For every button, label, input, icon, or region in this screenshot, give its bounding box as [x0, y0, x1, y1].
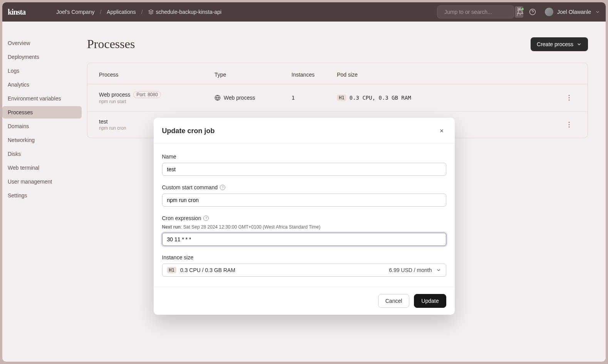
instance-count: 1	[291, 95, 337, 101]
chevron-down-icon	[595, 9, 600, 15]
row-actions-button[interactable]	[564, 120, 574, 129]
process-name: test	[99, 119, 108, 125]
layers-icon	[148, 9, 154, 15]
cron-label: Cron expression	[162, 215, 201, 221]
sidebar-item-domains[interactable]: Domains	[2, 120, 82, 132]
col-process: Process	[99, 72, 214, 78]
sidebar-item-logs[interactable]: Logs	[2, 65, 82, 77]
close-button[interactable]	[437, 126, 446, 135]
col-type: Type	[214, 72, 291, 78]
process-name: Web process	[99, 92, 130, 98]
name-label: Name	[162, 154, 446, 160]
update-button[interactable]: Update	[414, 294, 446, 308]
table-row: Web process Port: 8080 npm run start Web…	[87, 84, 588, 112]
command-input[interactable]	[162, 194, 446, 207]
port-pill: Port: 8080	[133, 91, 161, 98]
row-actions-button[interactable]	[564, 93, 574, 102]
svg-point-12	[569, 124, 570, 125]
cron-input[interactable]	[162, 233, 446, 246]
table-header: Process Type Instances Pod size	[87, 63, 588, 84]
sidebar-item-processes[interactable]: Processes	[2, 106, 82, 119]
svg-marker-0	[149, 10, 153, 12]
user-menu[interactable]: Joel Olawanle	[542, 8, 600, 16]
crumb-applications[interactable]: Applications	[107, 9, 136, 15]
chevron-down-icon	[576, 42, 582, 47]
global-search[interactable]: ⌘ /	[437, 5, 514, 18]
help-icon[interactable]: ?	[220, 185, 225, 190]
crumb-company[interactable]: Joel's Company	[56, 9, 94, 15]
cancel-button[interactable]: Cancel	[378, 294, 410, 308]
sidebar-item-settings[interactable]: Settings	[2, 189, 82, 202]
create-process-button[interactable]: Create process	[531, 37, 588, 51]
crumb-separator: /	[100, 9, 101, 15]
sidebar-item-networking[interactable]: Networking	[2, 134, 82, 146]
instance-size-label: Instance size	[162, 254, 446, 260]
chevron-down-icon	[436, 267, 441, 273]
sidebar-item-environment-variables[interactable]: Environment variables	[2, 92, 82, 105]
size-badge: H1	[167, 267, 176, 273]
crumb-separator: /	[141, 9, 143, 15]
user-name: Joel Olawanle	[557, 9, 591, 15]
svg-point-9	[569, 100, 570, 101]
sidebar-item-user-management[interactable]: User management	[2, 175, 82, 188]
col-instances: Instances	[291, 72, 337, 78]
update-cron-modal: Update cron job Name Custom start comman…	[154, 118, 455, 315]
sidebar-item-deployments[interactable]: Deployments	[2, 51, 82, 63]
name-input[interactable]	[162, 163, 446, 176]
kinsta-logo: kinsta	[8, 8, 25, 17]
globe-icon	[214, 95, 221, 101]
pod-tier-badge: H1	[337, 95, 346, 101]
breadcrumb: Joel's Company / Applications / schedule…	[56, 9, 246, 15]
app-header: kinsta Joel's Company / Applications / s…	[2, 2, 606, 22]
svg-point-8	[569, 97, 570, 99]
svg-point-11	[569, 122, 570, 123]
notifications-button[interactable]	[514, 6, 526, 18]
create-process-label: Create process	[537, 41, 573, 47]
help-icon	[529, 8, 536, 15]
svg-point-13	[569, 127, 570, 128]
process-command: npm run start	[99, 99, 214, 104]
instance-size-select[interactable]: H1 0.3 CPU / 0.3 GB RAM 6.99 USD / month	[162, 264, 446, 277]
command-label: Custom start command	[162, 184, 218, 190]
sidebar-item-analytics[interactable]: Analytics	[2, 78, 82, 91]
next-run-hint: Next run: Sat Sep 28 2024 12:30:00 GMT+0…	[162, 224, 446, 230]
sidebar-item-web-terminal[interactable]: Web terminal	[2, 162, 82, 174]
close-icon	[439, 128, 444, 134]
pod-spec: 0.3 CPU, 0.3 GB RAM	[349, 95, 411, 101]
help-button[interactable]	[526, 6, 539, 18]
svg-point-7	[569, 95, 570, 96]
process-type: Web process	[224, 95, 255, 101]
crumb-app-name: schedule-backup-kinsta-api	[156, 9, 221, 15]
help-icon[interactable]: ?	[203, 215, 209, 221]
crumb-current-app[interactable]: schedule-backup-kinsta-api	[148, 9, 221, 15]
avatar	[545, 8, 553, 16]
kebab-icon	[568, 122, 570, 128]
size-price: 6.99 USD / month	[389, 267, 432, 273]
sidebar: OverviewDeploymentsLogsAnalyticsEnvironm…	[2, 22, 87, 203]
modal-title: Update cron job	[162, 127, 215, 135]
search-input[interactable]	[444, 9, 512, 15]
page-title: Processes	[87, 37, 135, 51]
sidebar-item-overview[interactable]: Overview	[2, 37, 82, 49]
sidebar-item-disks[interactable]: Disks	[2, 148, 82, 160]
kebab-icon	[568, 95, 570, 101]
size-spec: 0.3 CPU / 0.3 GB RAM	[180, 267, 235, 273]
col-pod-size: Pod size	[337, 72, 564, 78]
